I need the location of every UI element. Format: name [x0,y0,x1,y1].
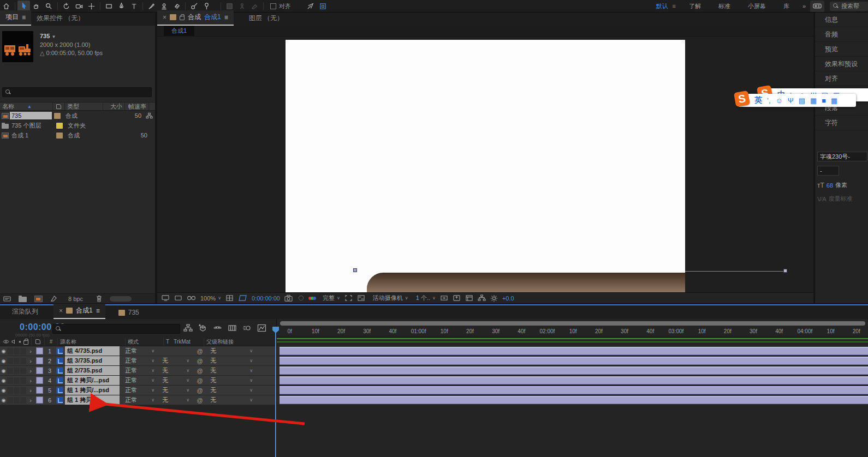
timeline-scrollbar[interactable] [280,321,865,326]
exposure-value[interactable]: +0.0 [502,295,514,302]
panel-header[interactable]: 音频 [815,27,868,42]
column-number[interactable]: # [50,339,53,345]
tab-render-queue[interactable]: 渲染队列 [7,305,44,319]
shape-tool[interactable] [103,1,115,12]
blend-mode-dropdown[interactable]: 正常∨ [123,347,157,355]
frame-blend-icon[interactable] [228,324,237,332]
mini-flowchart-icon[interactable] [183,324,193,332]
layer-duration-bar[interactable] [280,376,868,384]
twirl-icon[interactable]: › [27,387,34,394]
mic-icon[interactable]: Ψ [788,97,794,105]
interpret-footage-icon[interactable] [3,296,11,302]
timeline-search-input[interactable] [52,324,180,334]
track-row[interactable] [277,346,868,356]
blend-mode-dropdown[interactable]: 正常∨ [123,387,157,394]
column-framerate[interactable]: 帧速率 [125,103,149,110]
camera-tool[interactable] [73,1,85,12]
region-of-interest-icon[interactable] [344,294,353,302]
goggles-icon[interactable] [187,294,196,302]
show-channels-icon[interactable] [310,297,316,300]
audio-switch-cell[interactable] [7,348,13,354]
tab-timeline-comp1[interactable]: × 合成1 ≡ [53,304,105,319]
workspace-tab-default[interactable]: 默认 [656,2,668,10]
lock-icon[interactable] [23,340,28,345]
layer-row[interactable]: ◉ › 5 组 1 拷贝/...psd 正常∨ 无∨ @ 无∨ [0,386,276,395]
blend-mode-dropdown[interactable]: 正常∨ [123,367,157,375]
lock-switch-cell[interactable] [20,348,26,354]
project-search-input[interactable] [2,87,152,97]
timeline-button-icon[interactable] [465,294,473,302]
twirl-icon[interactable]: › [27,358,34,364]
comp-subtab[interactable]: 合成1 [164,26,194,36]
toolbox-icon[interactable]: ▦ [810,97,817,105]
layer-name[interactable]: 组 1 拷贝/...psd [65,386,120,395]
layer-name[interactable]: 组 1 拷贝... [65,395,120,405]
tab-effect-controls[interactable]: 效果控件 （无） [31,11,90,26]
hand-tool[interactable] [30,1,43,12]
snap-checkbox[interactable] [270,3,276,9]
sync-settings-icon[interactable] [810,1,824,12]
solo-switch-cell[interactable] [14,368,20,374]
fast-preview-icon[interactable] [453,294,461,302]
trkmat-dropdown[interactable]: 无∨ [160,367,192,375]
bit-depth-label[interactable]: 8 bpc [68,296,83,302]
label-color-chip[interactable] [54,113,61,119]
column-mode[interactable]: 模式 [128,338,139,346]
rotate-tool[interactable] [60,1,73,12]
layer-label-chip[interactable] [36,387,43,394]
brush-tool[interactable] [145,1,158,12]
track-row[interactable] [277,376,868,386]
item-name[interactable]: 735 个图层 [10,121,53,130]
shape-arrow-icon[interactable] [304,1,317,12]
view-layout-menu[interactable]: 1 个.. [416,294,430,302]
new-composition-icon[interactable] [34,296,43,302]
panel-header[interactable]: 预览 [815,42,868,57]
layer-row[interactable]: ◉ › 4 组 2 拷贝/...psd 正常∨ 无∨ @ 无∨ [0,376,276,386]
layer-label-chip[interactable] [36,357,43,364]
sogou-logo-icon[interactable]: S [734,91,750,107]
draft-3d-icon[interactable] [198,324,207,332]
column-label[interactable] [53,103,65,110]
audio-icon[interactable] [11,339,16,344]
parent-pickwhip-icon[interactable]: @ [195,397,205,404]
track-row[interactable] [277,386,868,395]
layer-name[interactable]: 组 3/735.psd [65,356,120,365]
workspace-tab-learn[interactable]: 了解 [689,2,701,10]
workspace-menu-icon[interactable]: ≡ [672,3,675,9]
label-color-chip[interactable] [56,123,63,129]
layer-duration-bar[interactable] [280,386,868,394]
layer-row[interactable]: ◉ › 3 组 2/735.psd 正常∨ 无∨ @ 无∨ [0,366,276,376]
audio-switch-cell[interactable] [7,358,13,364]
trkmat-dropdown[interactable]: 无∨ [160,396,192,404]
layer-row[interactable]: ◉ › 1 组 4/735.psd 正常∨ @ 无∨ [0,346,276,356]
box-icon[interactable]: ■ [822,97,826,105]
active-camera-menu[interactable]: 活动摄像机 [373,294,403,302]
panel-menu-icon[interactable]: ≡ [224,14,228,21]
tab-layer[interactable]: 图层 （无） [243,11,289,26]
composition-canvas-area[interactable] [157,37,813,292]
column-size[interactable]: 大小 [103,103,125,110]
eye-icon[interactable]: ◉ [0,368,7,374]
parent-pickwhip-icon[interactable]: @ [195,348,205,354]
font-size-value[interactable]: 68 [827,182,833,189]
blend-mode-dropdown[interactable]: 正常∨ [123,396,157,404]
track-row[interactable] [277,356,868,366]
parent-dropdown[interactable]: 无∨ [208,377,255,384]
comp-flowchart-icon[interactable] [478,294,486,302]
twirl-icon[interactable]: › [27,377,34,384]
composition-view[interactable] [286,40,685,292]
audio-switch-cell[interactable] [7,387,13,394]
parent-pickwhip-icon[interactable]: @ [195,377,205,384]
layer-duration-bar[interactable] [280,357,868,365]
eye-icon[interactable]: ◉ [0,388,7,393]
shape-anchor-handle[interactable] [353,268,357,272]
layer-name[interactable]: 组 2 拷贝/...psd [65,376,120,385]
parent-dropdown[interactable]: 无∨ [208,387,255,394]
tab-project[interactable]: 项目 ≡ [0,10,31,26]
column-type[interactable]: 类型 [65,103,103,110]
transparency-grid-icon[interactable] [357,294,365,302]
layer-duration-bar[interactable] [280,366,868,375]
trkmat-dropdown[interactable]: 无∨ [160,357,192,365]
solo-switch-cell[interactable] [14,387,20,394]
panel-header[interactable]: 字符 [815,116,868,130]
